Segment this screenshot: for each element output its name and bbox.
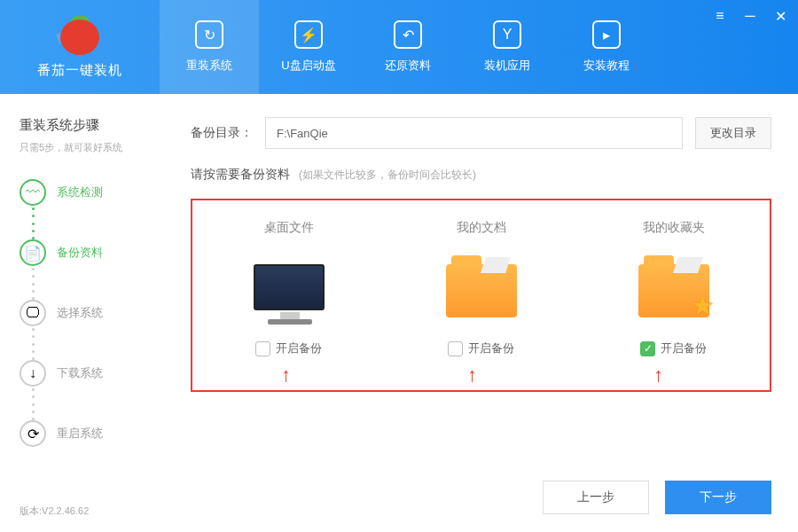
step-backup: 📄 备份资料 <box>20 239 164 266</box>
checkbox-checked-icon: ✓ <box>640 341 655 356</box>
step-restart: ⟳ 重启系统 <box>20 420 164 447</box>
nav-usb-boot[interactable]: ⚡ U盘启动盘 <box>259 0 358 94</box>
close-icon[interactable]: ✕ <box>773 9 787 23</box>
step-select: 🖵 选择系统 <box>20 300 164 326</box>
steps-list: 〰 系统检测 📄 备份资料 🖵 选择系统 ↓ 下载系统 <box>20 179 164 447</box>
nav-tutorial[interactable]: ▸ 安装教程 <box>557 0 656 94</box>
backup-box: 桌面文件 开启备份 ↑ 我的文档 开启备份 ↑ <box>191 199 771 392</box>
step-detect: 〰 系统检测 <box>20 179 164 206</box>
folder-star-icon <box>630 250 718 325</box>
sidebar: 重装系统步骤 只需5步，就可装好系统 〰 系统检测 📄 备份资料 🖵 选择系统 <box>0 94 164 532</box>
step-download: ↓ 下载系统 <box>20 360 164 387</box>
checkbox-icon <box>255 341 270 356</box>
path-label: 备份目录： <box>191 125 253 141</box>
main-panel: 备份目录： 更改目录 请按需要备份资料 (如果文件比较多，备份时间会比较长) 桌… <box>164 94 798 532</box>
body: 重装系统步骤 只需5步，就可装好系统 〰 系统检测 📄 备份资料 🖵 选择系统 <box>0 94 798 532</box>
play-icon: ▸ <box>592 20 621 49</box>
prev-button[interactable]: 上一步 <box>543 481 649 514</box>
backup-favorites-toggle[interactable]: ✓ 开启备份 <box>640 340 707 356</box>
minimize-icon[interactable]: ─ <box>743 9 757 23</box>
backup-desktop: 桌面文件 开启备份 ↑ <box>209 220 369 356</box>
window-controls: ≡ ─ ✕ <box>713 9 787 23</box>
nav-apps[interactable]: Y 装机应用 <box>458 0 557 94</box>
refresh-icon: ↻ <box>195 20 223 49</box>
footer: 上一步 下一步 <box>191 465 771 514</box>
app-name: 番茄一键装机 <box>37 62 122 79</box>
logo-area: Windows 番茄一键装机 <box>0 0 160 94</box>
battery-icon: ⚡ <box>294 20 323 49</box>
version-label: 版本:V2.2.46.62 <box>20 505 89 518</box>
back-icon: ↶ <box>394 20 422 49</box>
change-dir-button[interactable]: 更改目录 <box>695 117 771 149</box>
header: Windows 番茄一键装机 ↻ 重装系统 ⚡ U盘启动盘 ↶ 还原资料 Y 装… <box>0 0 798 94</box>
pulse-icon: 〰 <box>20 179 46 206</box>
download-icon: ↓ <box>20 360 46 387</box>
backup-desktop-toggle[interactable]: 开启备份 <box>255 340 322 356</box>
restart-icon: ⟳ <box>20 420 46 447</box>
nav-reinstall[interactable]: ↻ 重装系统 <box>160 0 259 94</box>
backup-documents-toggle[interactable]: 开启备份 <box>448 340 514 356</box>
nav: ↻ 重装系统 ⚡ U盘启动盘 ↶ 还原资料 Y 装机应用 ▸ 安装教程 <box>160 0 656 94</box>
tomato-logo-icon: Windows <box>59 16 101 55</box>
backup-favorites: 我的收藏夹 ✓ 开启备份 ↑ <box>594 220 754 356</box>
arrow-icon: ↑ <box>281 364 291 387</box>
sidebar-title: 重装系统步骤 <box>20 117 164 134</box>
shield-icon: Y <box>493 20 521 49</box>
document-icon: 📄 <box>20 239 46 266</box>
desktop-icon <box>245 250 333 325</box>
backup-documents: 我的文档 开启备份 ↑ <box>402 220 561 356</box>
checkbox-icon <box>448 341 463 356</box>
path-row: 备份目录： 更改目录 <box>191 117 771 149</box>
path-input[interactable] <box>265 117 683 149</box>
folder-icon <box>437 250 526 325</box>
next-button[interactable]: 下一步 <box>665 481 771 514</box>
nav-restore[interactable]: ↶ 还原资料 <box>358 0 458 94</box>
menu-icon[interactable]: ≡ <box>713 9 727 23</box>
sidebar-subtitle: 只需5步，就可装好系统 <box>20 141 164 154</box>
monitor-icon: 🖵 <box>20 300 46 326</box>
app-window: Windows 番茄一键装机 ↻ 重装系统 ⚡ U盘启动盘 ↶ 还原资料 Y 装… <box>0 0 798 532</box>
arrow-icon: ↑ <box>653 364 663 387</box>
arrow-icon: ↑ <box>467 364 477 387</box>
hint: 请按需要备份资料 (如果文件比较多，备份时间会比较长) <box>191 167 771 183</box>
